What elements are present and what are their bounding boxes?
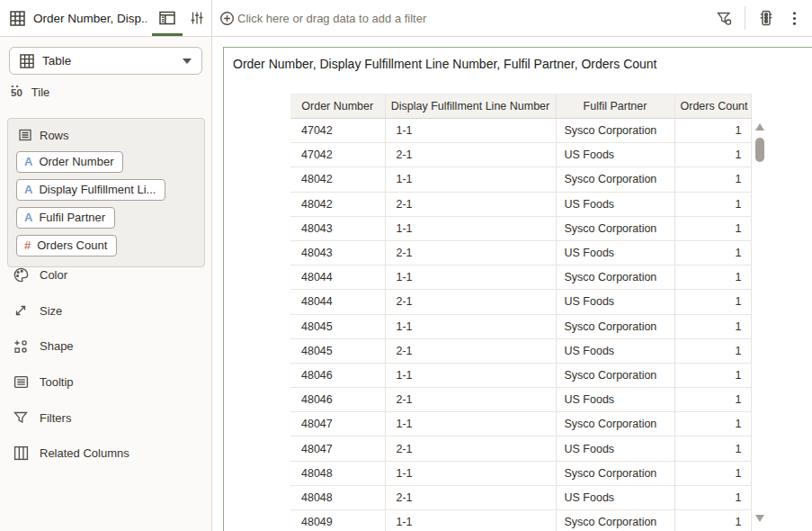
table-cell[interactable]: 1 — [674, 485, 751, 509]
table-cell[interactable]: 48048 — [290, 461, 385, 485]
table-row[interactable]: 480482-1US Foods1 — [290, 485, 751, 509]
row-chip-order-number[interactable]: AOrder Number — [16, 151, 123, 173]
table-cell[interactable]: US Foods — [556, 338, 674, 363]
table-cell[interactable]: Sysco Corporation — [556, 314, 674, 338]
selected-visualization[interactable]: Order Number, Display Fulfillment Line N… — [223, 47, 812, 531]
table-row[interactable]: 480462-1US Foods1 — [290, 388, 751, 412]
table-cell[interactable]: US Foods — [556, 240, 674, 265]
table-cell[interactable]: 1 — [674, 192, 751, 216]
table-row[interactable]: 480422-1US Foods1 — [290, 192, 751, 216]
table-row[interactable]: 480442-1US Foods1 — [290, 290, 751, 314]
viz-type-dropdown[interactable]: Table — [9, 47, 202, 75]
column-header-orders-count[interactable]: Orders Count — [674, 94, 751, 119]
table-cell[interactable]: 47042 — [290, 119, 385, 143]
table-row[interactable]: 480441-1Sysco Corporation1 — [290, 266, 751, 290]
table-cell[interactable]: 48047 — [290, 412, 385, 436]
table-row[interactable]: 480491-1Sysco Corporation1 — [290, 510, 751, 531]
table-row[interactable]: 470421-1Sysco Corporation1 — [290, 119, 751, 143]
table-cell[interactable]: 2-1 — [385, 192, 556, 216]
table-row[interactable]: 480451-1Sysco Corporation1 — [290, 314, 751, 338]
table-cell[interactable]: Sysco Corporation — [556, 412, 674, 436]
table-row[interactable]: 480452-1US Foods1 — [290, 338, 751, 363]
table-cell[interactable]: 1-1 — [385, 314, 556, 338]
table-cell[interactable]: 48043 — [290, 216, 385, 240]
table-cell[interactable]: 2-1 — [385, 143, 556, 167]
table-cell[interactable]: 1-1 — [385, 363, 556, 387]
rows-drop-target[interactable]: Rows AOrder NumberADisplay Fulfillment L… — [7, 118, 205, 267]
table-cell[interactable]: 1 — [674, 240, 751, 265]
table-cell[interactable]: US Foods — [556, 436, 674, 461]
settings-item-tooltip[interactable]: Tooltip — [0, 364, 211, 400]
scroll-up-arrow[interactable] — [755, 123, 764, 130]
table-cell[interactable]: Sysco Corporation — [556, 266, 674, 290]
table-cell[interactable]: 1 — [674, 461, 751, 485]
table-cell[interactable]: 1-1 — [385, 266, 556, 290]
table-cell[interactable]: 2-1 — [385, 436, 556, 461]
table-cell[interactable]: 48045 — [290, 338, 385, 363]
table-cell[interactable]: 48046 — [290, 363, 385, 387]
settings-item-filters[interactable]: Filters — [0, 400, 211, 436]
table-cell[interactable]: US Foods — [556, 290, 674, 314]
table-row[interactable]: 470422-1US Foods1 — [290, 143, 751, 167]
table-cell[interactable]: 1 — [674, 216, 751, 240]
column-header-order-number[interactable]: Order Number — [290, 94, 385, 119]
table-cell[interactable]: 2-1 — [385, 338, 556, 363]
filter-bar[interactable]: Click here or drag data to add a filter — [212, 0, 713, 36]
table-row[interactable]: 480481-1Sysco Corporation1 — [290, 461, 751, 485]
table-cell[interactable]: 48048 — [290, 485, 385, 509]
table-cell[interactable]: 48047 — [290, 436, 385, 461]
table-cell[interactable]: 1-1 — [385, 510, 556, 531]
table-cell[interactable]: Sysco Corporation — [556, 461, 674, 485]
table-cell[interactable]: US Foods — [556, 192, 674, 216]
table-cell[interactable]: 1 — [674, 314, 751, 338]
table-cell[interactable]: 1-1 — [385, 119, 556, 143]
table-cell[interactable]: 47042 — [290, 143, 385, 167]
table-cell[interactable]: US Foods — [556, 485, 674, 509]
status-indicators-icon[interactable] — [754, 6, 778, 30]
table-row[interactable]: 480421-1Sysco Corporation1 — [290, 167, 751, 192]
table-cell[interactable]: 48046 — [290, 388, 385, 412]
table-cell[interactable]: 48045 — [290, 314, 385, 338]
settings-item-shape[interactable]: Shape — [0, 328, 211, 364]
table-cell[interactable]: 1 — [674, 290, 751, 314]
table-cell[interactable]: 1 — [674, 119, 751, 143]
table-cell[interactable]: 1 — [674, 266, 751, 290]
column-header-fulfil-partner[interactable]: Fulfil Partner — [556, 94, 674, 119]
table-cell[interactable]: 1 — [674, 363, 751, 387]
table-cell[interactable]: 1 — [674, 143, 751, 167]
table-cell[interactable]: Sysco Corporation — [556, 363, 674, 387]
limit-values-filter-icon[interactable] — [713, 7, 736, 30]
table-cell[interactable]: 48042 — [290, 167, 385, 192]
table-cell[interactable]: 1 — [674, 388, 751, 412]
table-row[interactable]: 480471-1Sysco Corporation1 — [290, 412, 751, 436]
row-chip-orders-count[interactable]: #Orders Count — [16, 235, 117, 256]
table-cell[interactable]: Sysco Corporation — [556, 167, 674, 192]
table-cell[interactable]: 2-1 — [385, 485, 556, 509]
settings-item-color[interactable]: Color — [0, 257, 211, 293]
tab-grammar-panel[interactable] — [152, 0, 183, 36]
table-cell[interactable]: 48043 — [290, 240, 385, 265]
viz-option-tile[interactable]: 50 Tile — [11, 86, 49, 99]
table-cell[interactable]: 48049 — [290, 510, 385, 531]
table-cell[interactable]: 1 — [674, 436, 751, 461]
scrollbar-thumb[interactable] — [755, 138, 764, 162]
settings-item-size[interactable]: Size — [0, 293, 211, 329]
tab-settings-panel[interactable] — [183, 0, 211, 36]
table-cell[interactable]: Sysco Corporation — [556, 119, 674, 143]
table-row[interactable]: 480431-1Sysco Corporation1 — [290, 216, 751, 240]
table-cell[interactable]: 1-1 — [385, 216, 556, 240]
table-cell[interactable]: 2-1 — [385, 388, 556, 412]
table-row[interactable]: 480432-1US Foods1 — [290, 240, 751, 265]
row-chip-fulfil-partner[interactable]: AFulfil Partner — [16, 207, 115, 229]
table-cell[interactable]: 1 — [674, 510, 751, 531]
table-cell[interactable]: Sysco Corporation — [556, 216, 674, 240]
table-cell[interactable]: 48044 — [290, 266, 385, 290]
scroll-down-arrow[interactable] — [755, 515, 764, 522]
table-cell[interactable]: 2-1 — [385, 290, 556, 314]
table-cell[interactable]: 1 — [674, 338, 751, 363]
table-cell[interactable]: 1 — [674, 167, 751, 192]
column-header-display-fulfillment-line-number[interactable]: Display Fulfillment Line Number — [385, 94, 556, 119]
table-cell[interactable]: 48042 — [290, 192, 385, 216]
table-cell[interactable]: US Foods — [556, 143, 674, 167]
table-cell[interactable]: 1-1 — [385, 461, 556, 485]
